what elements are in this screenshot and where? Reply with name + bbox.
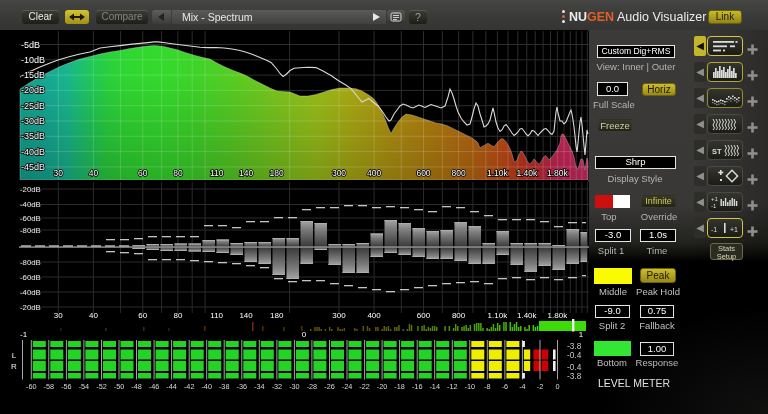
svg-text:-35dB: -35dB	[21, 131, 45, 141]
svg-text:-48: -48	[131, 382, 142, 391]
svg-text:-16: -16	[412, 382, 423, 391]
svg-text:-40dB: -40dB	[20, 200, 41, 209]
svg-text:-10dB: -10dB	[21, 55, 45, 65]
svg-text:-44: -44	[166, 382, 177, 391]
svg-text:-18: -18	[394, 382, 405, 391]
svg-text:30: 30	[54, 168, 64, 178]
svg-text:-36: -36	[237, 382, 248, 391]
svg-text:110: 110	[210, 168, 224, 178]
svg-text:-40: -40	[201, 382, 212, 391]
svg-text:-50: -50	[114, 382, 125, 391]
svg-text:-24: -24	[342, 382, 353, 391]
svg-text:-28: -28	[307, 382, 318, 391]
svg-text:-32: -32	[272, 382, 283, 391]
svg-text:-6: -6	[502, 382, 509, 391]
svg-text:-20: -20	[377, 382, 388, 391]
svg-text:+1: +1	[711, 196, 719, 202]
svg-text:L: L	[12, 351, 17, 360]
svg-text:-80dB: -80dB	[20, 258, 41, 267]
svg-text:-22: -22	[359, 382, 370, 391]
svg-text:-42: -42	[184, 382, 195, 391]
svg-text:-40dB: -40dB	[21, 147, 45, 157]
svg-text:300: 300	[332, 168, 346, 178]
svg-text:-46: -46	[149, 382, 160, 391]
svg-text:1.10k: 1.10k	[487, 168, 509, 178]
svg-text:180: 180	[270, 168, 284, 178]
svg-text:-20dB: -20dB	[20, 185, 41, 194]
svg-text:-30: -30	[289, 382, 300, 391]
svg-text:+1: +1	[730, 226, 738, 233]
svg-text:-1: -1	[711, 226, 717, 233]
svg-text:140: 140	[239, 168, 253, 178]
svg-text:R: R	[11, 362, 17, 371]
svg-text:-8: -8	[484, 382, 491, 391]
svg-text:-58: -58	[44, 382, 55, 391]
svg-text:-30dB: -30dB	[21, 116, 45, 126]
svg-text:-2: -2	[537, 382, 544, 391]
svg-text:1.40k: 1.40k	[516, 168, 538, 178]
svg-text:40: 40	[89, 168, 99, 178]
svg-text:-14: -14	[429, 382, 440, 391]
svg-text:ST: ST	[712, 147, 722, 156]
svg-text:-25dB: -25dB	[21, 101, 45, 111]
svg-text:-38: -38	[219, 382, 230, 391]
svg-text:-60dB: -60dB	[20, 273, 41, 282]
svg-text:-60dB: -60dB	[20, 214, 41, 223]
svg-text:-1: -1	[711, 203, 717, 209]
svg-text:-5dB: -5dB	[21, 40, 40, 50]
svg-text:0: 0	[555, 382, 559, 391]
svg-text:-4: -4	[519, 382, 526, 391]
svg-text:-12: -12	[447, 382, 458, 391]
svg-text:400: 400	[367, 168, 381, 178]
svg-text:600: 600	[416, 168, 430, 178]
svg-text:-26: -26	[324, 382, 335, 391]
svg-text:-20dB: -20dB	[20, 303, 41, 312]
svg-text:-40dB: -40dB	[20, 288, 41, 297]
svg-text:-60: -60	[26, 382, 37, 391]
svg-text:-45dB: -45dB	[21, 162, 45, 172]
svg-text:-15dB: -15dB	[21, 70, 45, 80]
svg-text:1.80k: 1.80k	[547, 168, 569, 178]
svg-text:800: 800	[452, 168, 466, 178]
svg-text:-10: -10	[465, 382, 476, 391]
svg-text:80: 80	[173, 168, 183, 178]
svg-text:60: 60	[138, 168, 148, 178]
svg-text:-54: -54	[79, 382, 90, 391]
svg-text:-56: -56	[61, 382, 72, 391]
svg-text:-34: -34	[254, 382, 265, 391]
svg-text:-80dB: -80dB	[20, 226, 41, 235]
svg-text:-20dB: -20dB	[21, 85, 45, 95]
svg-text:-52: -52	[96, 382, 107, 391]
